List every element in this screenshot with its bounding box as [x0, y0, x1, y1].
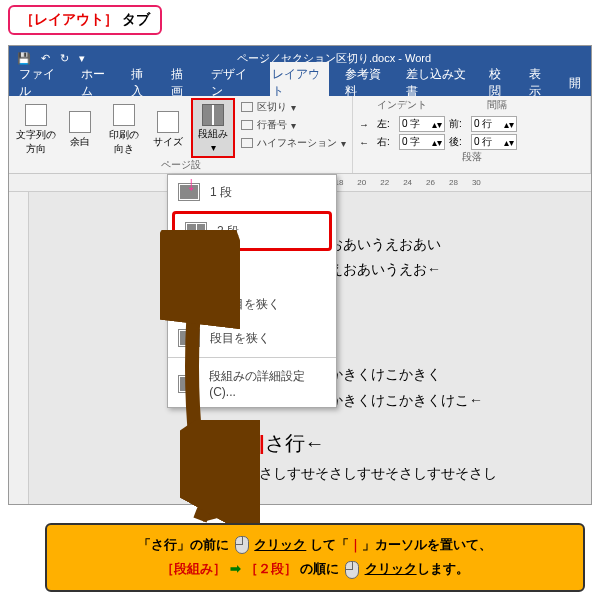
margins-icon: [69, 111, 91, 133]
heading-line: |さ行←: [259, 425, 497, 461]
margins-button[interactable]: 余白: [59, 98, 101, 158]
indent-right-input[interactable]: 0 字▴▾: [399, 134, 445, 150]
columns-3-option[interactable]: 3 段: [168, 253, 336, 287]
columns-button[interactable]: 段組み▾: [191, 98, 235, 158]
orientation-icon: [113, 104, 135, 126]
instr-cursor: ｜: [349, 537, 362, 552]
breaks-button[interactable]: 区切り ▾: [241, 100, 346, 114]
indent-header: インデント: [377, 98, 427, 112]
instruction-box: 「さ行」の前に クリック して「｜」カーソルを置いて、 ［段組み］ ➡ ［２段］…: [45, 523, 585, 592]
spinner-icon[interactable]: ▴▾: [504, 119, 514, 130]
two-column-icon: [185, 222, 207, 240]
spacing-after-input[interactable]: 0 行▴▾: [471, 134, 517, 150]
instr-cols: 段組み: [174, 561, 213, 576]
instruction-line-1: 「さ行」の前に クリック して「｜」カーソルを置いて、: [57, 533, 573, 558]
indent-left-value: 0 字: [402, 117, 420, 131]
ruler-tick: 22: [380, 178, 389, 187]
spacing-before-input[interactable]: 0 行▴▾: [471, 116, 517, 132]
pink-down-arrow: ↓: [186, 172, 196, 195]
breaks-icon: [241, 102, 253, 112]
narrow-right-icon: [178, 329, 200, 347]
spacing-before-value: 0 行: [474, 117, 492, 131]
text-line: さしすせそさしすせそさしすせそさし: [259, 461, 497, 486]
ruler-tick: 24: [403, 178, 412, 187]
text-direction-button[interactable]: 文字列の 方向: [15, 98, 57, 158]
columns-left-option[interactable]: 1 段目を狭く: [168, 287, 336, 321]
tab-developer[interactable]: 開: [567, 71, 583, 96]
instruction-line-2: ［段組み］ ➡ ［２段］ の順に クリックします。: [57, 557, 573, 582]
ruler-tick: 28: [449, 178, 458, 187]
instr-click: クリック: [254, 537, 306, 552]
paragraph-group-label: 段落: [359, 150, 584, 165]
spacing-after-value: 0 行: [474, 135, 492, 149]
columns-1-label: 1 段: [210, 184, 232, 201]
callout-bracket-r: ］: [104, 11, 118, 27]
mouse-icon: [235, 536, 249, 554]
orientation-label: 印刷の 向き: [109, 128, 139, 156]
spinner-icon[interactable]: ▴▾: [504, 137, 514, 148]
callout-tab-word: タブ: [122, 11, 150, 27]
orientation-button[interactable]: 印刷の 向き: [103, 98, 145, 158]
spinner-icon[interactable]: ▴▾: [432, 137, 442, 148]
linenum-icon: [241, 120, 253, 130]
indent-left-input[interactable]: 0 字▴▾: [399, 116, 445, 132]
breaks-label: 区切り: [257, 100, 287, 114]
instr-two: ２段: [258, 561, 284, 576]
vertical-ruler[interactable]: [9, 192, 29, 504]
size-label: サイズ: [153, 135, 183, 149]
hyphenation-button[interactable]: ハイフネーション ▾: [241, 136, 346, 150]
ribbon: 文字列の 方向 余白 印刷の 向き サイズ 段組み▾ 区切り ▾ 行番号 ▾ ハ…: [9, 96, 591, 174]
columns-2-option[interactable]: 2 段: [172, 211, 332, 251]
chevron-down-icon: ▾: [211, 142, 216, 153]
indent-left-icon: →: [359, 119, 373, 130]
spacing-header: 間隔: [487, 98, 507, 112]
callout-bracket-l: ［: [20, 11, 34, 27]
instr-click2: クリック: [365, 561, 417, 576]
hyphen-label: ハイフネーション: [257, 136, 337, 150]
columns-more-option[interactable]: 段組みの詳細設定(C)...: [168, 360, 336, 407]
size-button[interactable]: サイズ: [147, 98, 189, 158]
dropdown-separator: [168, 357, 336, 358]
indent-right-label: 右:: [377, 135, 395, 149]
ribbon-tabs: ファイル ホーム 挿入 描画 デザイン レイアウト 参考資料 差し込み文書 校閲…: [9, 70, 591, 96]
group-paragraph: インデント 間隔 →左:0 字▴▾ 前:0 行▴▾ ←右:0 字▴▾ 後:0 行…: [353, 96, 591, 173]
columns-right-label: 段目を狭く: [210, 330, 270, 347]
hyphen-icon: [241, 138, 253, 148]
columns-right-option[interactable]: 段目を狭く: [168, 321, 336, 355]
columns-3-label: 3 段: [210, 262, 232, 279]
text-direction-label: 文字列の 方向: [16, 128, 56, 156]
ruler-tick: 26: [426, 178, 435, 187]
instr-br2: ］: [284, 561, 297, 576]
ruler-tick: 30: [472, 178, 481, 187]
indent-right-value: 0 字: [402, 135, 420, 149]
spacing-before-label: 前:: [449, 117, 467, 131]
instr-text: 「さ行」の前に: [138, 537, 229, 552]
three-column-icon: [178, 261, 200, 279]
columns-more-label: 段組みの詳細設定(C)...: [209, 368, 326, 399]
spinner-icon[interactable]: ▴▾: [432, 119, 442, 130]
columns-dropdown: 1 段 2 段 3 段 1 段目を狭く 段目を狭く 段組みの詳細設定(C)...: [167, 174, 337, 408]
mouse-icon: [345, 561, 359, 579]
line-numbers-button[interactable]: 行番号 ▾: [241, 118, 346, 132]
columns-more-icon: [178, 375, 199, 393]
narrow-left-icon: [178, 295, 200, 313]
size-icon: [157, 111, 179, 133]
instr-text: して「: [310, 537, 349, 552]
instr-text: 」カーソルを置いて、: [362, 537, 492, 552]
linenum-label: 行番号: [257, 118, 287, 132]
instr-bl2: ［: [245, 561, 258, 576]
spacing-after-label: 後:: [449, 135, 467, 149]
instr-text: します。: [417, 561, 469, 576]
instr-text: の順に: [300, 561, 339, 576]
heading-text: さ行←: [265, 432, 325, 454]
indent-right-icon: ←: [359, 137, 373, 148]
callout-layout-tab: ［レイアウト］ タブ: [8, 5, 162, 35]
columns-icon: [202, 104, 224, 126]
page-setup-group-label: ページ設: [15, 158, 346, 173]
group-page-setup: 文字列の 方向 余白 印刷の 向き サイズ 段組み▾ 区切り ▾ 行番号 ▾ ハ…: [9, 96, 353, 173]
callout-layout-word: レイアウト: [34, 11, 104, 27]
text-direction-icon: [25, 104, 47, 126]
instr-bl: ［: [161, 561, 174, 576]
columns-label: 段組み: [198, 127, 228, 141]
columns-2-label: 2 段: [217, 223, 239, 240]
